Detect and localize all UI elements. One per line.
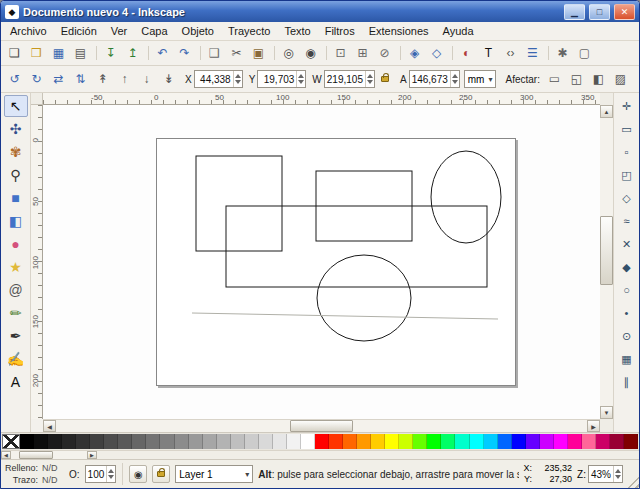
snap-grid-toggle[interactable]: ▦ <box>616 348 638 370</box>
snap-bbox-toggle[interactable]: ▭ <box>616 118 638 140</box>
group-button[interactable]: ◈ <box>404 43 425 63</box>
align-dialog-button[interactable]: ☰ <box>522 43 543 63</box>
new-document-button[interactable]: ❏ <box>4 43 25 63</box>
fill-stroke-indicator[interactable]: Relleno: N/D Trazo: N/D <box>5 462 64 486</box>
color-swatch[interactable] <box>231 434 245 449</box>
zoom-drawing-button[interactable]: ◎ <box>278 43 299 63</box>
rotate-cw-button[interactable]: ↻ <box>26 69 47 89</box>
menu-objeto[interactable]: Objeto <box>175 22 221 40</box>
xml-editor-button[interactable]: ‹› <box>500 43 521 63</box>
snap-enable-toggle[interactable]: ✛ <box>616 95 638 117</box>
color-swatch[interactable] <box>175 434 189 449</box>
horizontal-ruler[interactable]: -50 0 50 100 150 200 250 300 350 <box>43 93 600 105</box>
clone-button[interactable]: ⊞ <box>352 43 373 63</box>
maximize-button[interactable]: □ <box>589 4 610 20</box>
scroll-right-icon[interactable]: ▶ <box>87 451 97 459</box>
opacity-input[interactable]: 100 <box>85 465 117 483</box>
color-swatch[interactable] <box>118 434 132 449</box>
copy-button[interactable]: ❑ <box>204 43 225 63</box>
vertical-scrollbar[interactable]: ▲ ▼ <box>600 105 613 419</box>
no-color-swatch[interactable] <box>2 434 20 449</box>
zoom-input[interactable]: 43% <box>588 465 623 483</box>
color-swatch[interactable] <box>217 434 231 449</box>
canvas[interactable] <box>43 105 600 419</box>
color-swatch[interactable] <box>104 434 118 449</box>
color-swatch[interactable] <box>582 434 596 449</box>
color-swatch[interactable] <box>245 434 259 449</box>
color-swatch[interactable] <box>441 434 455 449</box>
scroll-down-icon[interactable]: ▼ <box>600 406 613 419</box>
redo-button[interactable]: ↷ <box>174 43 195 63</box>
ellipse-tool[interactable]: ● <box>4 233 28 255</box>
color-swatch[interactable] <box>568 434 582 449</box>
color-swatch[interactable] <box>343 434 357 449</box>
square-shape[interactable] <box>196 156 282 251</box>
spiral-tool[interactable]: @ <box>4 279 28 301</box>
line-shape[interactable] <box>192 313 498 319</box>
ungroup-button[interactable]: ◇ <box>426 43 447 63</box>
color-swatch[interactable] <box>132 434 146 449</box>
palette-scrollbar[interactable]: ◀ ▶ <box>1 451 97 459</box>
snap-smooth-nodes-toggle[interactable]: ○ <box>616 279 638 301</box>
spinner-arrows-icon[interactable] <box>450 71 459 87</box>
text-tool[interactable]: A <box>4 371 28 393</box>
color-swatch[interactable] <box>48 434 62 449</box>
zoom-page-button[interactable]: ◉ <box>300 43 321 63</box>
color-swatch[interactable] <box>62 434 76 449</box>
menu-archivo[interactable]: Archivo <box>3 22 54 40</box>
units-dropdown[interactable]: mm ▾ <box>464 70 497 88</box>
spinner-arrows-icon[interactable] <box>296 71 305 87</box>
snap-guides-toggle[interactable]: ∥ <box>616 371 638 393</box>
spinner-arrows-icon[interactable] <box>233 71 242 87</box>
color-swatch[interactable] <box>399 434 413 449</box>
horizontal-scrollbar[interactable]: ◀ ▶ <box>43 419 600 432</box>
minimize-button[interactable]: ▁ <box>564 4 585 20</box>
snap-bbox-corners-toggle[interactable]: ◰ <box>616 164 638 186</box>
color-swatch[interactable] <box>329 434 343 449</box>
open-document-button[interactable]: ❒ <box>26 43 47 63</box>
ellipse-shape[interactable] <box>431 151 501 243</box>
snap-centers-toggle[interactable]: ⊙ <box>616 325 638 347</box>
color-swatch[interactable] <box>470 434 484 449</box>
affect-patterns-toggle[interactable]: ▨ <box>610 69 631 89</box>
color-swatch[interactable] <box>610 434 624 449</box>
node-tool[interactable]: ✣ <box>4 118 28 140</box>
menu-edicion[interactable]: Edición <box>54 22 104 40</box>
flip-horizontal-button[interactable]: ⇄ <box>48 69 69 89</box>
circle-shape[interactable] <box>317 255 411 341</box>
paste-button[interactable]: ▣ <box>248 43 269 63</box>
selector-tool[interactable]: ↖ <box>4 95 28 117</box>
affect-stroke-toggle[interactable]: ▭ <box>544 69 565 89</box>
cut-button[interactable]: ✂ <box>226 43 247 63</box>
layer-visibility-button[interactable]: ◉ <box>129 465 147 483</box>
tweak-tool[interactable]: ✾ <box>4 141 28 163</box>
menu-trayecto[interactable]: Trayecto <box>221 22 277 40</box>
color-swatch[interactable] <box>203 434 217 449</box>
lower-to-bottom-button[interactable]: ↡ <box>158 69 179 89</box>
spinner-arrows-icon[interactable] <box>106 466 115 482</box>
undo-button[interactable]: ↶ <box>152 43 173 63</box>
menu-ayuda[interactable]: Ayuda <box>436 22 481 40</box>
color-swatch[interactable] <box>315 434 329 449</box>
color-swatch[interactable] <box>427 434 441 449</box>
menu-filtros[interactable]: Filtros <box>318 22 362 40</box>
raise-button[interactable]: ↑ <box>114 69 135 89</box>
pencil-tool[interactable]: ✏ <box>4 302 28 324</box>
lower-button[interactable]: ↓ <box>136 69 157 89</box>
color-swatch[interactable] <box>385 434 399 449</box>
snap-bbox-edges-toggle[interactable]: ▫ <box>616 141 638 163</box>
affect-corners-toggle[interactable]: ◱ <box>566 69 587 89</box>
color-swatch[interactable] <box>413 434 427 449</box>
color-swatch[interactable] <box>301 434 315 449</box>
snap-nodes-toggle[interactable]: ◇ <box>616 187 638 209</box>
lock-ratio-button[interactable] <box>377 70 393 88</box>
title-bar[interactable]: ◆ Documento nuevo 4 - Inkscape ▁ □ ✕ <box>1 1 639 22</box>
document-properties-button[interactable]: ▢ <box>574 43 595 63</box>
raise-to-top-button[interactable]: ↟ <box>92 69 113 89</box>
color-swatch[interactable] <box>455 434 469 449</box>
scroll-right-icon[interactable]: ▶ <box>587 420 600 432</box>
menu-ver[interactable]: Ver <box>104 22 135 40</box>
color-swatch[interactable] <box>554 434 568 449</box>
height-input[interactable]: 146,673 <box>409 70 460 88</box>
unlink-clone-button[interactable]: ⊘ <box>374 43 395 63</box>
